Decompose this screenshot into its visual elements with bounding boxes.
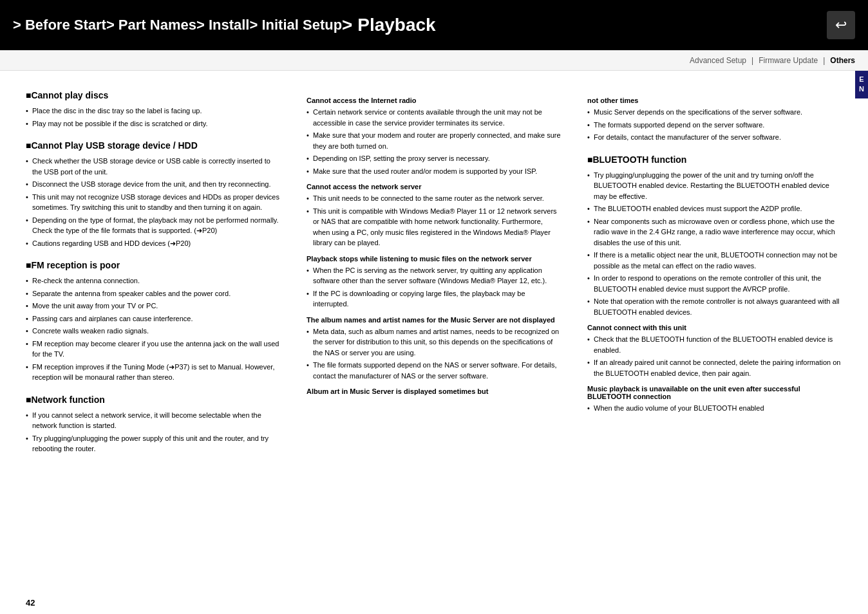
bullet-list-cannot-play-discs: Place the disc in the disc tray so the l…	[26, 106, 281, 129]
bullet-list-network-server: This unit needs to be connected to the s…	[307, 193, 561, 248]
list-item: Make sure that your modem and router are…	[307, 130, 561, 151]
bullet-list-playback-stops: When the PC is serving as the network se…	[307, 265, 561, 310]
list-item: Disconnect the USB storage device from t…	[26, 179, 281, 190]
sub-title-playback-stops: Playback stops while listening to music …	[307, 255, 561, 263]
list-item: Separate the antenna from speaker cables…	[26, 288, 281, 299]
list-item: In order to respond to operations on the…	[587, 273, 842, 294]
list-item: Certain network service or contents avai…	[307, 107, 561, 128]
list-item: If there is a metallic object near the u…	[587, 250, 842, 271]
list-item: For details, contact the manufacturer of…	[587, 132, 842, 143]
section-title-network-function: ■Network function	[26, 395, 281, 405]
main-content: ■Cannot play discs Place the disc in the…	[0, 71, 868, 480]
list-item: Near components such as microwave oven o…	[587, 216, 842, 248]
bullet-list-music-playback-unavailable: When the audio volume of your BLUETOOTH …	[587, 403, 842, 414]
list-item: Move the unit away from your TV or PC.	[26, 301, 281, 312]
sub-header: Advanced Setup | Firmware Update | Other…	[0, 50, 868, 71]
sub-title-cannot-connect: Cannot connect with this unit	[587, 324, 842, 331]
list-item: When the PC is serving as the network se…	[307, 265, 561, 286]
bullet-list-cannot-connect: Check that the BLUETOOTH function of the…	[587, 334, 842, 378]
sub-nav-sep-2: |	[823, 56, 825, 65]
col-left: ■Cannot play discs Place the disc in the…	[26, 90, 281, 461]
list-item: This unit is compatible with Windows Med…	[307, 206, 561, 248]
list-item: Note that operation with the remote cont…	[587, 296, 842, 317]
list-item: Depending on the type of format, the pla…	[26, 215, 281, 236]
list-item: Passing cars and airplanes can cause int…	[26, 313, 281, 324]
list-item: FM reception improves if the Tuning Mode…	[26, 362, 281, 383]
list-item: Cautions regarding USB and HDD devices (…	[26, 238, 281, 249]
list-item: The BLUETOOTH enabled devices must suppo…	[587, 203, 842, 214]
list-item: FM reception may become clearer if you u…	[26, 339, 281, 360]
sub-nav-advanced-setup[interactable]: Advanced Setup	[690, 56, 746, 65]
sub-title-music-playback-unavailable: Music playback is unavailable on the uni…	[587, 385, 842, 400]
list-item: This unit needs to be connected to the s…	[307, 193, 561, 204]
breadcrumb-part-names[interactable]: > Part Names	[106, 17, 196, 33]
section-title-fm-reception: ■FM reception is poor	[26, 260, 281, 270]
sub-nav: Advanced Setup | Firmware Update | Other…	[690, 56, 855, 65]
list-item: Try plugging/unplugging the power of the…	[587, 170, 842, 202]
sub-title-cannot-access-internet: Cannot access the Internet radio	[307, 97, 561, 104]
sub-nav-sep-1: |	[751, 56, 753, 65]
list-item: Check that the BLUETOOTH function of the…	[587, 334, 842, 355]
list-item: Meta data, such as album names and artis…	[307, 326, 561, 358]
col-right: not other times Music Server depends on …	[587, 90, 842, 461]
list-item: Music Server depends on the specificatio…	[587, 107, 842, 118]
col-mid: Cannot access the Internet radio Certain…	[307, 90, 561, 461]
bullet-list-bluetooth: Try plugging/unplugging the power of the…	[587, 170, 842, 318]
bullet-list-not-other-times: Music Server depends on the specificatio…	[587, 107, 842, 143]
breadcrumb-playback[interactable]: > Playback	[342, 15, 436, 35]
bullet-list-cannot-play-usb: Check whether the USB storage device or …	[26, 156, 281, 248]
back-button[interactable]: ↩	[827, 11, 855, 39]
list-item: Place the disc in the disc tray so the l…	[26, 106, 281, 116]
breadcrumb-initial-setup[interactable]: > Initial Setup	[249, 17, 342, 33]
bullet-list-fm-reception: Re-check the antenna connection. Separat…	[26, 275, 281, 383]
sub-title-album-names: The album names and artist names for the…	[307, 316, 561, 324]
section-title-cannot-play-usb: ■Cannot Play USB storage device / HDD	[26, 140, 281, 151]
list-item: Try plugging/unplugging the power supply…	[26, 433, 281, 454]
breadcrumb: > Before Start > Part Names > Install > …	[13, 15, 436, 35]
bullet-list-internet-radio: Certain network service or contents avai…	[307, 107, 561, 176]
list-item: When the audio volume of your BLUETOOTH …	[587, 403, 842, 414]
sub-title-not-other-times: not other times	[587, 97, 842, 104]
section-title-cannot-play-discs: ■Cannot play discs	[26, 90, 281, 100]
sub-nav-others[interactable]: Others	[830, 56, 855, 65]
bullet-list-album-names: Meta data, such as album names and artis…	[307, 326, 561, 382]
list-item: The formats supported depend on the serv…	[587, 120, 842, 131]
sub-title-cannot-access-network: Cannot access the network server	[307, 183, 561, 191]
list-item: If you cannot select a network service, …	[26, 410, 281, 431]
list-item: This unit may not recognize USB storage …	[26, 192, 281, 213]
page-number: 42	[26, 598, 35, 608]
list-item: Check whether the USB storage device or …	[26, 156, 281, 177]
list-item: The file formats supported depend on the…	[307, 360, 561, 381]
breadcrumb-before-start[interactable]: > Before Start	[13, 17, 106, 33]
list-item: If an already paired unit cannot be conn…	[587, 357, 842, 378]
list-item: Concrete walls weaken radio signals.	[26, 326, 281, 337]
list-item: Make sure that the used router and/or mo…	[307, 166, 561, 177]
sub-title-album-art: Album art in Music Server is displayed s…	[307, 387, 561, 395]
list-item: Re-check the antenna connection.	[26, 275, 281, 286]
bullet-list-network-function: If you cannot select a network service, …	[26, 410, 281, 454]
list-item: Depending on ISP, setting the proxy serv…	[307, 153, 561, 164]
section-title-bluetooth: ■BLUETOOTH function	[587, 154, 842, 165]
list-item: If the PC is downloading or copying larg…	[307, 288, 561, 310]
list-item: Play may not be possible if the disc is …	[26, 118, 281, 129]
breadcrumb-install[interactable]: > Install	[196, 17, 250, 33]
sub-nav-firmware-update[interactable]: Firmware Update	[759, 56, 818, 65]
header: > Before Start > Part Names > Install > …	[0, 0, 868, 50]
